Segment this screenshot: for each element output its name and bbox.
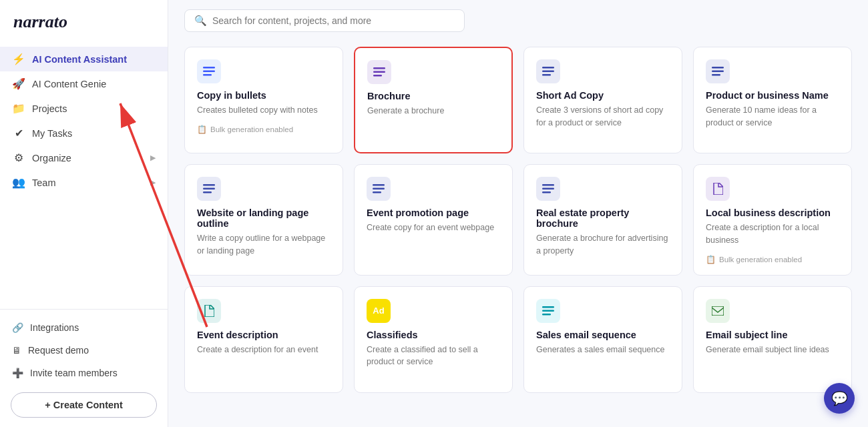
card-local-business[interactable]: Local business description Create a desc… — [693, 164, 852, 276]
card-desc-short-ad-copy: Create 3 versions of short ad copy for a… — [536, 104, 670, 129]
nav-icon-my-tasks: ✔ — [12, 127, 25, 139]
bulk-icon: 📋 — [706, 255, 716, 264]
nav-icon-ai-content-assistant: ⚡ — [12, 53, 25, 65]
card-classifieds[interactable]: Ad Classifieds Create a classified ad to… — [354, 286, 513, 393]
nav-label-team: Team — [32, 177, 55, 188]
card-title-website-landing: Website or landing page outline — [197, 207, 331, 229]
sidebar: narrato ⚡ AI Content Assistant 🚀 AI Cont… — [0, 0, 168, 427]
card-title-real-estate: Real estate property brochure — [536, 207, 670, 229]
card-icon-real-estate — [536, 177, 560, 201]
card-title-product-business-name: Product or business Name — [706, 90, 839, 101]
nav-arrow-organize: ▶ — [150, 153, 156, 162]
card-icon-classifieds: Ad — [367, 299, 391, 323]
bulk-icon: 📋 — [197, 125, 207, 134]
nav-icon-organize: ⚙ — [12, 151, 25, 164]
card-icon-website-landing — [197, 177, 221, 201]
nav-label-ai-content-genie: AI Content Genie — [32, 79, 106, 89]
bottom-icon-request-demo: 🖥 — [12, 345, 21, 356]
svg-rect-20 — [542, 191, 551, 193]
search-bar-wrapper: 🔍 — [168, 0, 868, 40]
card-badge-local-business: 📋 Bulk generation enabled — [706, 255, 839, 264]
svg-rect-22 — [542, 310, 554, 312]
sidebar-bottom-integrations[interactable]: 🔗 Integrations — [0, 316, 168, 339]
card-sales-email[interactable]: Sales email sequence Generates a sales e… — [523, 286, 682, 393]
card-desc-local-business: Create a description for a local busines… — [706, 222, 839, 247]
card-desc-classifieds: Create a classified ad to sell a product… — [367, 344, 500, 369]
create-content-button[interactable]: + Create Content — [11, 392, 157, 418]
main-content: 🔍 Copy in bullets Creates bulleted copy … — [168, 0, 868, 427]
card-icon-email-subject — [706, 299, 730, 323]
svg-rect-21 — [542, 306, 554, 308]
card-product-business-name[interactable]: Product or business Name Generate 10 nam… — [693, 47, 852, 153]
nav-icon-ai-content-genie: 🚀 — [12, 77, 25, 90]
card-title-email-subject: Email subject line — [706, 330, 839, 340]
svg-rect-16 — [373, 188, 385, 190]
svg-rect-17 — [373, 191, 381, 193]
card-brochure[interactable]: Brochure Generate a brochure — [354, 47, 513, 153]
card-icon-short-ad-copy — [536, 59, 560, 83]
card-icon-product-business-name — [706, 59, 730, 83]
sidebar-item-my-tasks[interactable]: ✔ My Tasks — [0, 121, 168, 145]
nav-label-my-tasks: My Tasks — [32, 128, 72, 139]
svg-rect-0 — [203, 67, 215, 69]
nav-icon-projects: 📁 — [12, 102, 25, 115]
search-input[interactable] — [212, 15, 455, 26]
card-title-short-ad-copy: Short Ad Copy — [536, 90, 670, 101]
chat-bubble-button[interactable]: 💬 — [824, 383, 855, 414]
sidebar-item-ai-content-genie[interactable]: 🚀 AI Content Genie — [0, 71, 168, 96]
nav-label-organize: Organize — [32, 153, 71, 163]
card-short-ad-copy[interactable]: Short Ad Copy Create 3 versions of short… — [523, 47, 682, 153]
card-desc-event-promotion: Create copy for an event webpage — [367, 222, 500, 234]
svg-rect-24 — [712, 306, 724, 316]
svg-rect-23 — [542, 314, 551, 316]
nav-label-projects: Projects — [32, 103, 67, 114]
card-icon-sales-email — [536, 299, 560, 323]
card-title-copy-in-bullets: Copy in bullets — [197, 90, 331, 101]
card-icon-brochure — [367, 60, 391, 84]
svg-rect-15 — [373, 184, 385, 186]
card-icon-local-business — [706, 177, 730, 201]
sidebar-bottom: 🔗 Integrations 🖥 Request demo ➕ Invite t… — [0, 309, 168, 427]
bottom-label-invite-team: Invite team members — [30, 368, 118, 378]
search-bar[interactable]: 🔍 — [184, 9, 465, 32]
svg-rect-18 — [542, 184, 554, 186]
card-title-brochure: Brochure — [367, 91, 499, 101]
card-event-description[interactable]: Event description Create a description f… — [184, 286, 343, 393]
sidebar-item-ai-content-assistant[interactable]: ⚡ AI Content Assistant — [0, 47, 168, 71]
sidebar-item-organize[interactable]: ⚙ Organize ▶ — [0, 145, 168, 170]
bottom-label-integrations: Integrations — [30, 322, 79, 333]
sidebar-item-team[interactable]: 👥 Team ▶ — [0, 170, 168, 195]
card-website-landing[interactable]: Website or landing page outline Write a … — [184, 164, 343, 276]
sidebar-bottom-invite-team[interactable]: ➕ Invite team members — [0, 362, 168, 384]
svg-rect-12 — [203, 184, 215, 186]
sidebar-nav: ⚡ AI Content Assistant 🚀 AI Content Geni… — [0, 41, 168, 309]
card-title-event-description: Event description — [197, 330, 331, 340]
card-desc-email-subject: Generate email subject line ideas — [706, 344, 839, 356]
card-title-event-promotion: Event promotion page — [367, 207, 500, 218]
logo: narrato — [0, 0, 168, 41]
svg-rect-5 — [373, 75, 382, 77]
card-real-estate[interactable]: Real estate property brochure Generate a… — [523, 164, 682, 276]
card-desc-copy-in-bullets: Creates bulleted copy with notes — [197, 104, 331, 117]
card-desc-sales-email: Generates a sales email sequence — [536, 344, 670, 356]
svg-rect-2 — [203, 74, 212, 76]
svg-rect-14 — [203, 191, 212, 193]
svg-rect-4 — [373, 71, 385, 73]
card-event-promotion[interactable]: Event promotion page Create copy for an … — [354, 164, 513, 276]
svg-rect-1 — [203, 71, 215, 73]
card-icon-event-description — [197, 299, 221, 323]
card-copy-in-bullets[interactable]: Copy in bullets Creates bulleted copy wi… — [184, 47, 343, 153]
search-icon: 🔍 — [194, 15, 207, 27]
nav-arrow-team: ▶ — [150, 178, 156, 187]
card-email-subject[interactable]: Email subject line Generate email subjec… — [693, 286, 852, 393]
sidebar-bottom-request-demo[interactable]: 🖥 Request demo — [0, 339, 168, 362]
nav-label-ai-content-assistant: AI Content Assistant — [32, 54, 127, 65]
svg-rect-11 — [712, 74, 720, 76]
card-icon-event-promotion — [367, 177, 391, 201]
svg-rect-6 — [542, 67, 554, 69]
card-title-sales-email: Sales email sequence — [536, 330, 670, 340]
card-desc-real-estate: Generate a brochure for advertising a pr… — [536, 232, 670, 258]
card-badge-copy-in-bullets: 📋 Bulk generation enabled — [197, 125, 331, 134]
svg-rect-3 — [373, 67, 385, 69]
sidebar-item-projects[interactable]: 📁 Projects — [0, 96, 168, 121]
